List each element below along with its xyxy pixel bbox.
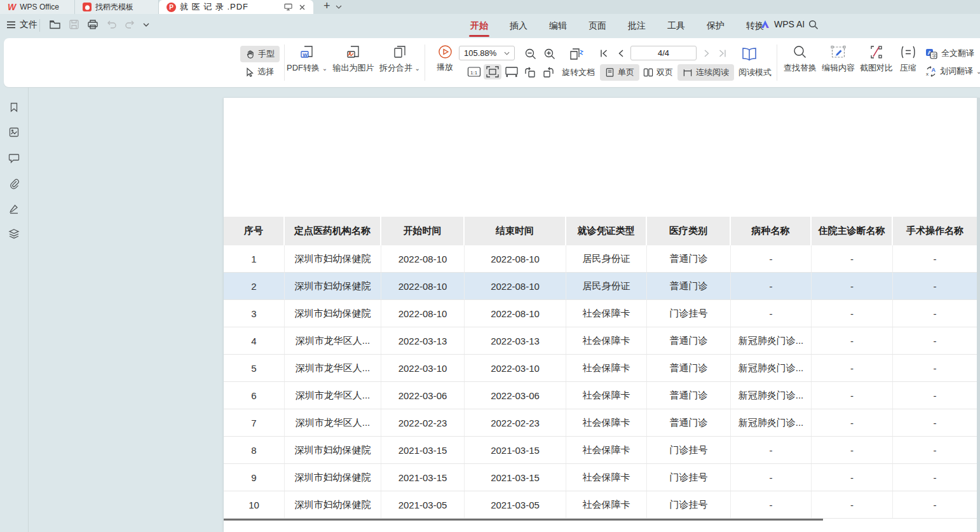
- fit-width-button[interactable]: [503, 65, 521, 79]
- single-page-button[interactable]: 单页: [600, 64, 639, 81]
- save-icon[interactable]: [68, 18, 80, 31]
- table-cell: 社会保障卡: [566, 355, 647, 381]
- tab-label: 找稻壳模板: [95, 2, 133, 13]
- svg-text:x: x: [926, 71, 929, 77]
- table-cell: 深圳市妇幼保健院: [285, 437, 381, 463]
- undo-icon[interactable]: [105, 19, 118, 30]
- tab-docer-templates[interactable]: 找稻壳模板: [75, 0, 159, 14]
- open-folder-icon[interactable]: [48, 18, 62, 31]
- main-menu: 开始 插入 编辑 页面 批注 工具 保护 转换: [468, 18, 766, 34]
- thumbnail-icon[interactable]: [8, 126, 20, 138]
- menu-insert[interactable]: 插入: [507, 19, 530, 33]
- rotate-right-icon[interactable]: [540, 65, 557, 80]
- fit-page-button[interactable]: [484, 64, 501, 79]
- table-cell: 门诊挂号: [647, 437, 731, 463]
- print-icon[interactable]: [86, 18, 99, 31]
- continuous-reading-icon: [683, 68, 693, 78]
- next-page-button[interactable]: [700, 47, 713, 60]
- signature-icon[interactable]: [8, 203, 20, 215]
- wps-logo-icon: W: [8, 3, 16, 11]
- continuous-reading-button[interactable]: 连续阅读: [677, 64, 734, 81]
- full-text-translate-button[interactable]: A字 全文翻译: [925, 46, 974, 61]
- hand-tool-button[interactable]: 手型: [240, 46, 280, 62]
- find-replace-button[interactable]: 查找替换: [780, 44, 820, 74]
- menu-edit[interactable]: 编辑: [547, 19, 569, 33]
- read-mode-book-icon[interactable]: [738, 44, 760, 64]
- redo-icon[interactable]: [124, 19, 136, 30]
- page-number-input[interactable]: 4/4: [630, 46, 697, 60]
- zoom-in-button[interactable]: [541, 46, 558, 62]
- table-cell: 2022-08-10: [465, 245, 566, 272]
- table-body: 1深圳市妇幼保健院2022-08-102022-08-10居民身份证普通门诊--…: [224, 245, 977, 519]
- compress-button[interactable]: 压缩: [894, 44, 923, 74]
- first-page-button[interactable]: [597, 47, 611, 60]
- table-cell: 2022-08-10: [465, 300, 566, 327]
- present-monitor-icon[interactable]: [284, 3, 292, 11]
- table-cell: 2022-03-06: [465, 382, 566, 409]
- table-cell: -: [893, 437, 977, 463]
- tab-list-chevron-icon[interactable]: [336, 5, 342, 9]
- wps-ai-label: WPS AI: [774, 19, 805, 29]
- menu-tools[interactable]: 工具: [665, 19, 688, 33]
- read-mode-label: 阅读模式: [738, 67, 772, 78]
- close-tab-icon[interactable]: [299, 4, 306, 11]
- table-cell: 社会保障卡: [566, 382, 647, 409]
- screenshot-compare-icon: [869, 44, 884, 60]
- read-mode-button[interactable]: 阅读模式: [736, 64, 774, 81]
- layers-icon[interactable]: [8, 228, 20, 240]
- wps-ai-button[interactable]: WPS AI: [760, 19, 805, 29]
- table-cell: 深圳市妇幼保健院: [285, 491, 381, 518]
- table-cell: 2022-03-10: [381, 355, 465, 381]
- menu-row: 文件 开始 插入 编辑 页面 批注 工具 保护 转换 WPS AI: [0, 14, 980, 38]
- last-page-button[interactable]: [716, 47, 730, 60]
- menu-page[interactable]: 页面: [586, 19, 609, 33]
- table-bottom-scrollbar[interactable]: [224, 519, 823, 521]
- rotate-left-icon[interactable]: [521, 65, 539, 80]
- bookmark-icon[interactable]: [8, 102, 20, 113]
- zoom-out-button[interactable]: [522, 46, 539, 62]
- file-menu-button[interactable]: 文件: [6, 19, 37, 31]
- previous-page-button[interactable]: [615, 47, 627, 60]
- table-cell: 2022-03-06: [381, 382, 465, 409]
- zoom-level-select[interactable]: 105.88%: [459, 46, 515, 60]
- quick-access-chevron-icon[interactable]: [142, 22, 150, 27]
- tab-document-active[interactable]: P 就 医 记 录 .PDF: [159, 0, 313, 14]
- table-cell: 2021-03-15: [381, 437, 465, 463]
- table-cell: 社会保障卡: [566, 464, 647, 491]
- tab-wps-office[interactable]: W WPS Office: [0, 0, 75, 14]
- single-page-label: 单页: [618, 67, 634, 78]
- table-cell: -: [893, 382, 977, 409]
- export-image-button[interactable]: 输出为图片: [330, 44, 376, 74]
- menu-home[interactable]: 开始: [468, 19, 491, 33]
- pdf-convert-button[interactable]: W PDF转换 ⌄: [287, 44, 327, 74]
- comment-icon[interactable]: [8, 153, 20, 163]
- new-tab-button[interactable]: +: [321, 0, 333, 14]
- screenshot-compare-button[interactable]: 截图对比: [857, 44, 896, 74]
- rotate-document-button[interactable]: 旋转文档: [559, 64, 597, 81]
- table-cell: -: [893, 464, 977, 491]
- vertical-scrollbar[interactable]: [977, 98, 980, 532]
- attachment-icon[interactable]: [8, 178, 20, 189]
- table-row: 3深圳市妇幼保健院2022-08-102022-08-10社会保障卡门诊挂号--…: [224, 300, 977, 327]
- word-translate-button[interactable]: Ax 划词翻译 ⌄: [925, 64, 980, 79]
- continuous-reading-label: 连续阅读: [696, 67, 729, 78]
- play-button[interactable]: 播放: [431, 44, 459, 73]
- menu-protect[interactable]: 保护: [704, 19, 727, 33]
- word-translate-icon: Ax: [925, 66, 937, 77]
- table-row: 4深圳市龙华区人...2022-03-132022-03-13社会保障卡普通门诊…: [224, 327, 977, 355]
- table-cell: 新冠肺炎门诊...: [731, 355, 812, 381]
- table-cell: 1: [224, 245, 285, 272]
- actual-size-button[interactable]: 1:1: [465, 65, 483, 79]
- edit-content-button[interactable]: 编辑内容: [819, 44, 858, 74]
- compress-icon: [900, 44, 916, 60]
- split-merge-button[interactable]: 拆分合并 ⌄: [378, 44, 422, 74]
- column-header: 序号: [224, 217, 285, 245]
- document-title: 就 医 记 录 .PDF: [180, 1, 248, 13]
- table-cell: 2022-02-23: [381, 409, 465, 436]
- select-tool-button[interactable]: 选择: [240, 64, 279, 80]
- menu-annotate[interactable]: 批注: [625, 19, 648, 33]
- replace-page-icon[interactable]: [567, 45, 587, 63]
- table-cell: 8: [224, 437, 285, 463]
- menu-search-icon[interactable]: [808, 20, 819, 30]
- play-label: 播放: [437, 62, 453, 73]
